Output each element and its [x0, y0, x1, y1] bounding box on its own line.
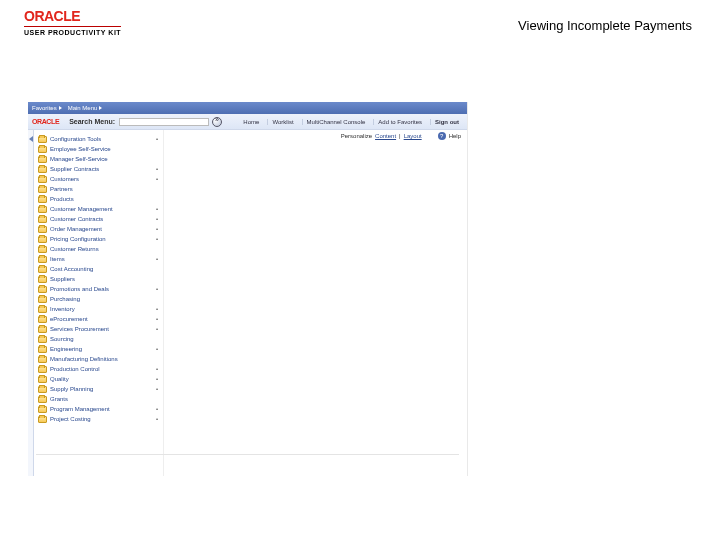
menu-item-label: Manager Self-Service: [50, 155, 108, 164]
folder-icon: [38, 136, 47, 143]
menu-item[interactable]: Sourcing: [38, 334, 159, 344]
link-add-favorites[interactable]: Add to Favorites: [373, 119, 426, 125]
menu-item-label: Supply Planning: [50, 385, 93, 394]
expand-indicator-icon: •: [156, 168, 159, 171]
menu-item[interactable]: Inventory•: [38, 304, 159, 314]
menu-item[interactable]: Engineering•: [38, 344, 159, 354]
menu-item[interactable]: Production Control•: [38, 364, 159, 374]
menu-item-label: Suppliers: [50, 275, 75, 284]
expand-indicator-icon: •: [156, 308, 159, 311]
menu-item-label: Customers: [50, 175, 79, 184]
sub-bar: ORACLE Search Menu: Home Worklist MultiC…: [28, 114, 467, 130]
menu-item[interactable]: Manufacturing Definitions: [38, 354, 159, 364]
favorites-label: Favorites: [32, 105, 57, 111]
expand-indicator-icon: •: [156, 208, 159, 211]
app-menu-bar: Favorites Main Menu: [28, 102, 467, 114]
menu-item-label: Customer Returns: [50, 245, 99, 254]
folder-icon: [38, 406, 47, 413]
folder-icon: [38, 376, 47, 383]
menu-item-label: Supplier Contracts: [50, 165, 99, 174]
menu-item[interactable]: Quality•: [38, 374, 159, 384]
favorites-menu[interactable]: Favorites: [32, 105, 62, 111]
folder-icon: [38, 296, 47, 303]
folder-icon: [38, 166, 47, 173]
menu-item[interactable]: Program Management•: [38, 404, 159, 414]
menu-item[interactable]: Customers•: [38, 174, 159, 184]
menu-item[interactable]: Partners: [38, 184, 159, 194]
menu-item[interactable]: Items•: [38, 254, 159, 264]
collapse-sidebar-handle[interactable]: [28, 130, 34, 476]
menu-item-label: Manufacturing Definitions: [50, 355, 118, 364]
link-home[interactable]: Home: [239, 119, 263, 125]
menu-item[interactable]: Customer Returns: [38, 244, 159, 254]
search-go-button[interactable]: [212, 117, 222, 127]
folder-icon: [38, 176, 47, 183]
menu-item[interactable]: eProcurement•: [38, 314, 159, 324]
chevron-down-icon: [59, 106, 62, 110]
expand-indicator-icon: •: [156, 388, 159, 391]
folder-icon: [38, 146, 47, 153]
footer-divider: [36, 454, 459, 455]
personalize-content-link[interactable]: Content: [375, 133, 396, 139]
menu-item-label: Pricing Configuration: [50, 235, 106, 244]
menu-item[interactable]: Purchasing: [38, 294, 159, 304]
menu-item[interactable]: Manager Self-Service: [38, 154, 159, 164]
expand-indicator-icon: •: [156, 178, 159, 181]
menu-item[interactable]: Project Costing•: [38, 414, 159, 424]
link-multichannel[interactable]: MultiChannel Console: [302, 119, 370, 125]
folder-icon: [38, 356, 47, 363]
menu-item-label: eProcurement: [50, 315, 88, 324]
folder-icon: [38, 336, 47, 343]
menu-item[interactable]: Products: [38, 194, 159, 204]
search-input[interactable]: [119, 118, 209, 126]
brand-product: USER PRODUCTIVITY KIT: [24, 26, 121, 36]
menu-item-label: Products: [50, 195, 74, 204]
menu-item[interactable]: Promotions and Deals•: [38, 284, 159, 294]
page-title: Viewing Incomplete Payments: [518, 18, 692, 33]
link-worklist[interactable]: Worklist: [267, 119, 297, 125]
expand-indicator-icon: •: [156, 258, 159, 261]
expand-indicator-icon: •: [156, 228, 159, 231]
main-menu-label: Main Menu: [68, 105, 98, 111]
menu-item[interactable]: Customer Management•: [38, 204, 159, 214]
menu-item-label: Items: [50, 255, 65, 264]
folder-icon: [38, 246, 47, 253]
main-menu[interactable]: Main Menu: [68, 105, 103, 111]
personalize-layout-link[interactable]: Layout: [404, 133, 422, 139]
menu-item[interactable]: Cost Accounting: [38, 264, 159, 274]
personalize-label: Personalize: [341, 133, 372, 139]
expand-indicator-icon: •: [156, 328, 159, 331]
menu-item[interactable]: Employee Self-Service: [38, 144, 159, 154]
menu-item-label: Order Management: [50, 225, 102, 234]
help-icon[interactable]: ?: [438, 132, 446, 140]
help-link[interactable]: Help: [449, 133, 461, 139]
menu-item[interactable]: Supply Planning•: [38, 384, 159, 394]
nav-menu: Configuration Tools•Employee Self-Servic…: [34, 130, 164, 476]
menu-item-label: Promotions and Deals: [50, 285, 109, 294]
menu-item[interactable]: Services Procurement•: [38, 324, 159, 334]
menu-item-label: Quality: [50, 375, 69, 384]
menu-item-label: Inventory: [50, 305, 75, 314]
menu-item[interactable]: Supplier Contracts•: [38, 164, 159, 174]
brand-logo: ORACLE: [24, 8, 121, 24]
menu-item[interactable]: Configuration Tools•: [38, 134, 159, 144]
folder-icon: [38, 206, 47, 213]
folder-icon: [38, 216, 47, 223]
folder-icon: [38, 286, 47, 293]
folder-icon: [38, 396, 47, 403]
menu-item[interactable]: Customer Contracts•: [38, 214, 159, 224]
expand-indicator-icon: •: [156, 218, 159, 221]
menu-item[interactable]: Order Management•: [38, 224, 159, 234]
menu-item-label: Sourcing: [50, 335, 74, 344]
expand-indicator-icon: •: [156, 418, 159, 421]
menu-item[interactable]: Suppliers: [38, 274, 159, 284]
menu-item-label: Configuration Tools: [50, 135, 101, 144]
expand-indicator-icon: •: [156, 348, 159, 351]
expand-indicator-icon: •: [156, 138, 159, 141]
folder-icon: [38, 196, 47, 203]
menu-item[interactable]: Grants: [38, 394, 159, 404]
link-signout[interactable]: Sign out: [430, 119, 463, 125]
menu-item[interactable]: Pricing Configuration•: [38, 234, 159, 244]
menu-item-label: Engineering: [50, 345, 82, 354]
expand-indicator-icon: •: [156, 378, 159, 381]
